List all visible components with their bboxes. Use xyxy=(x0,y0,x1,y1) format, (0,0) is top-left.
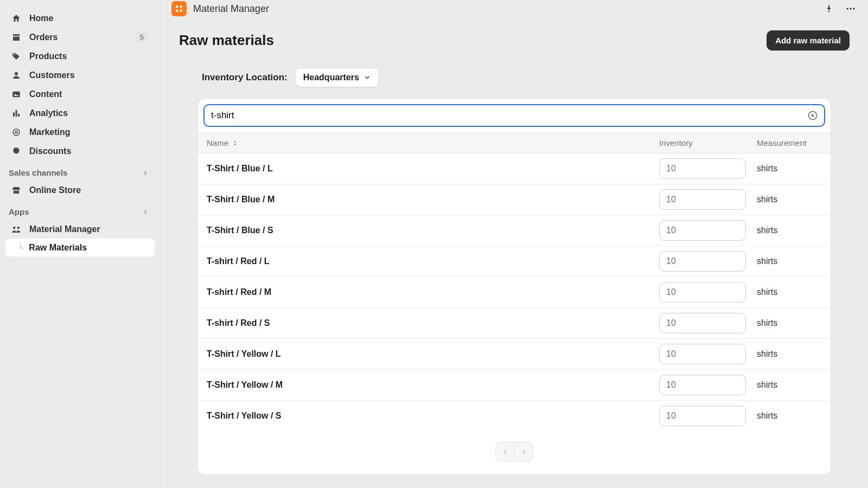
column-header-name[interactable]: Name xyxy=(207,138,659,147)
person-icon xyxy=(11,70,22,81)
sidebar-item-label: Customers xyxy=(29,70,75,80)
add-raw-material-button[interactable]: Add raw material xyxy=(767,30,850,50)
table-row: T-shirt / Red / M shirts xyxy=(198,277,831,308)
inventory-input[interactable] xyxy=(659,251,746,272)
svg-rect-2 xyxy=(12,91,20,97)
sidebar-item-products[interactable]: Products xyxy=(5,47,155,66)
material-name[interactable]: T-shirt / Red / S xyxy=(207,318,659,328)
table-header: Name Inventory Measurement xyxy=(198,132,831,153)
bar-chart-icon xyxy=(11,108,22,119)
section-label: Sales channels xyxy=(9,168,67,177)
clear-icon xyxy=(807,110,818,121)
orders-icon xyxy=(11,32,22,43)
svg-point-10 xyxy=(176,5,178,8)
sidebar-subitem-raw-materials[interactable]: └ Raw Materials xyxy=(5,239,155,256)
sidebar-item-label: Material Manager xyxy=(29,224,100,234)
clear-search-button[interactable] xyxy=(807,110,819,121)
orders-badge: 5 xyxy=(135,32,149,42)
measurement-value: shirts xyxy=(757,195,822,204)
tag-icon xyxy=(11,51,22,62)
column-header-inventory: Inventory xyxy=(659,138,757,147)
inventory-input[interactable] xyxy=(659,158,746,179)
svg-point-13 xyxy=(180,10,183,12)
svg-point-14 xyxy=(847,8,848,9)
sidebar-subitem-label: Raw Materials xyxy=(29,243,87,253)
material-name[interactable]: T-Shirt / Yellow / L xyxy=(207,349,659,359)
section-label: Apps xyxy=(9,207,29,216)
inventory-location-select[interactable]: Headquarters xyxy=(295,68,379,87)
sidebar-item-marketing[interactable]: Marketing xyxy=(5,123,155,142)
pagination-next-button[interactable] xyxy=(514,442,533,461)
sort-icon xyxy=(232,140,238,146)
sidebar-item-content[interactable]: Content xyxy=(5,85,155,104)
sidebar: Home Orders 5 Products Customers Conte xyxy=(0,0,161,488)
sidebar-section-sales-channels[interactable]: Sales channels xyxy=(5,160,155,181)
svg-point-7 xyxy=(15,131,18,133)
sidebar-item-discounts[interactable]: Discounts xyxy=(5,142,155,160)
material-name[interactable]: T-shirt / Red / M xyxy=(207,287,659,297)
sidebar-item-orders[interactable]: Orders 5 xyxy=(5,28,155,47)
measurement-value: shirts xyxy=(757,287,822,297)
chevron-right-icon xyxy=(142,169,149,177)
sidebar-item-label: Marketing xyxy=(29,127,71,137)
home-icon xyxy=(11,13,22,24)
svg-point-16 xyxy=(853,8,854,9)
chevron-down-icon xyxy=(363,74,371,81)
discount-icon xyxy=(11,146,22,157)
chevron-right-icon xyxy=(142,208,149,216)
image-icon xyxy=(11,89,22,100)
material-name[interactable]: T-shirt / Red / L xyxy=(207,256,659,266)
pin-button[interactable] xyxy=(822,2,835,15)
more-button[interactable] xyxy=(844,2,857,15)
search-box xyxy=(203,104,825,127)
svg-rect-4 xyxy=(16,110,17,117)
sidebar-item-label: Home xyxy=(29,14,53,23)
material-name[interactable]: T-Shirt / Blue / S xyxy=(207,226,659,235)
measurement-value: shirts xyxy=(757,411,822,421)
column-header-measurement: Measurement xyxy=(757,138,822,147)
svg-point-8 xyxy=(13,226,16,229)
svg-point-15 xyxy=(850,8,851,9)
measurement-value: shirts xyxy=(757,164,822,174)
store-icon xyxy=(11,185,22,196)
measurement-value: shirts xyxy=(757,256,822,266)
pagination-prev-button[interactable] xyxy=(496,442,514,461)
sidebar-item-customers[interactable]: Customers xyxy=(5,66,155,85)
sidebar-item-home[interactable]: Home xyxy=(5,9,155,28)
search-input[interactable] xyxy=(211,110,802,121)
material-name[interactable]: T-Shirt / Yellow / S xyxy=(207,411,659,421)
sidebar-item-label: Analytics xyxy=(29,108,68,118)
svg-rect-3 xyxy=(13,112,15,117)
table-row: T-Shirt / Blue / L shirts xyxy=(198,153,831,184)
svg-point-1 xyxy=(15,72,18,75)
app-title: Material Manager xyxy=(193,3,269,15)
pin-icon xyxy=(824,4,834,14)
sidebar-item-analytics[interactable]: Analytics xyxy=(5,104,155,123)
inventory-input[interactable] xyxy=(659,313,746,333)
inventory-input[interactable] xyxy=(659,189,746,210)
measurement-value: shirts xyxy=(757,226,822,235)
svg-rect-5 xyxy=(18,113,20,116)
inventory-input[interactable] xyxy=(659,406,746,426)
material-name[interactable]: T-Shirt / Yellow / M xyxy=(207,380,659,390)
sidebar-item-material-manager[interactable]: Material Manager xyxy=(5,220,155,239)
inventory-input[interactable] xyxy=(659,220,746,241)
chevron-left-icon xyxy=(501,447,509,456)
page-header: Raw materials Add raw material xyxy=(161,17,868,63)
material-name[interactable]: T-Shirt / Blue / M xyxy=(207,195,659,204)
inventory-input[interactable] xyxy=(659,344,746,364)
svg-point-0 xyxy=(14,54,15,55)
inventory-input[interactable] xyxy=(659,282,746,303)
sidebar-item-label: Discounts xyxy=(29,146,71,156)
sidebar-item-online-store[interactable]: Online Store xyxy=(5,181,155,200)
inventory-input[interactable] xyxy=(659,375,746,395)
svg-point-9 xyxy=(17,226,20,229)
select-value: Headquarters xyxy=(303,73,359,82)
pagination xyxy=(198,431,831,474)
sidebar-section-apps[interactable]: Apps xyxy=(5,200,155,220)
table-row: T-Shirt / Yellow / S shirts xyxy=(198,401,831,431)
main-content: Material Manager Raw materials Add raw m… xyxy=(161,0,868,488)
sidebar-item-label: Orders xyxy=(29,33,58,42)
app-logo-icon xyxy=(171,1,187,16)
material-name[interactable]: T-Shirt / Blue / L xyxy=(207,164,659,174)
